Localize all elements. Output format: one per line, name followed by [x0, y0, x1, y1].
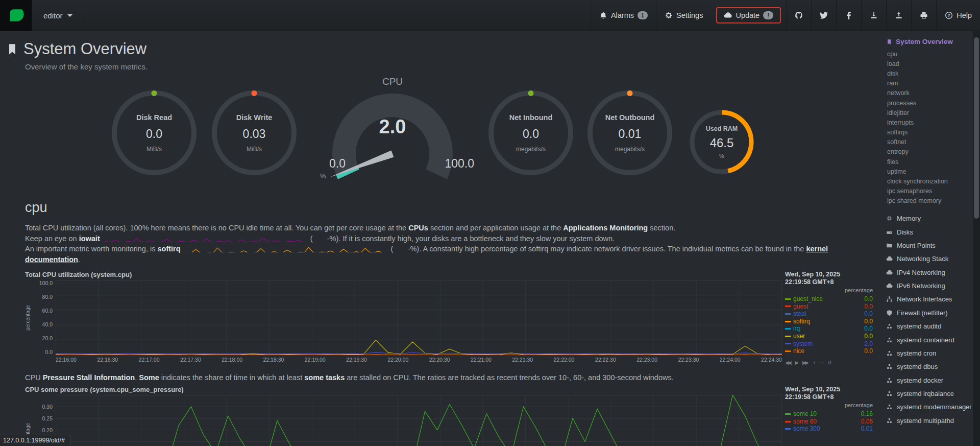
sidebar-subitem-softnet[interactable]: softnet: [887, 137, 973, 147]
topbar-action-alarms[interactable]: Alarms 1: [591, 0, 656, 31]
sidebar-subitem-files[interactable]: files: [887, 157, 973, 167]
page-scrollbar[interactable]: [973, 31, 980, 446]
legend-item-irq[interactable]: irq 0.0: [785, 325, 873, 333]
legend-value: 0.16: [861, 410, 873, 418]
sidebar-item-systemd-dbus[interactable]: systemd dbus: [886, 360, 973, 373]
sidebar-item-systemd-multipathd[interactable]: systemd multipathd: [886, 414, 973, 428]
scrollbar-thumb[interactable]: [974, 37, 979, 219]
sidebar-item-label: systemd auditd: [897, 322, 941, 331]
facebook-icon: [845, 11, 853, 19]
topbar-action[interactable]: [811, 0, 836, 31]
sidebar-subitem-network[interactable]: network: [887, 88, 973, 98]
sidebar-subitem-ram[interactable]: ram: [887, 79, 973, 88]
topbar-action[interactable]: [786, 0, 811, 31]
chart-tool[interactable]: ↺: [828, 360, 831, 365]
sidebar-subitem-disk[interactable]: disk: [887, 68, 973, 78]
topbar-action-settings[interactable]: Settings: [656, 0, 711, 31]
legend-item-guest-nice[interactable]: guest_nice 0.0: [785, 295, 873, 303]
legend-units: percentage: [785, 287, 873, 293]
y-tick-label: 0.25: [42, 415, 53, 421]
legend-item-some-60[interactable]: some 60 0.06: [785, 418, 873, 426]
sidebar-subitem-ipc-semaphores[interactable]: ipc semaphores: [887, 186, 973, 196]
dashboard-editor-dropdown[interactable]: editor: [32, 0, 84, 31]
sidebar-item-label: IPv4 Networking: [897, 269, 945, 277]
x-tick-label: 22:23:30: [678, 357, 699, 363]
bookmark-icon: [6, 42, 18, 56]
legend-item-softirq[interactable]: softirq 0.0: [785, 318, 873, 325]
legend-item-some-10[interactable]: some 10 0.16: [785, 410, 873, 418]
topbar-action[interactable]: [886, 0, 911, 31]
sidebar-subitem-entropy[interactable]: entropy: [887, 147, 973, 157]
sidebar-item-ipv4-networking[interactable]: IPv4 Networking: [886, 266, 973, 279]
sidebar-subitem-uptime[interactable]: uptime: [887, 167, 973, 176]
sidebar-item-systemd-modemmanager[interactable]: systemd modemmanager: [886, 401, 973, 414]
cpu-pressure-plot[interactable]: [56, 395, 782, 446]
gauge-used-ram[interactable]: Used RAM 46.5 %: [688, 108, 756, 176]
gauge-disk-read[interactable]: Disk Read 0.0 MiB/s: [112, 90, 197, 175]
topbar-action[interactable]: [836, 0, 861, 31]
sidebar-item-disks[interactable]: Disks: [886, 225, 973, 239]
text-segment: .: [78, 255, 80, 264]
sidebar-item-systemd-cron[interactable]: systemd cron: [886, 347, 973, 360]
gauge-disk-write[interactable]: Disk Write 0.03 MiB/s: [212, 90, 297, 175]
chart-tool[interactable]: +: [813, 360, 816, 365]
chart-tool[interactable]: ▶: [795, 360, 798, 365]
topbar-action[interactable]: [911, 0, 936, 31]
gauge-net-outbound[interactable]: Net Outbound 0.01 megabits/s: [587, 90, 672, 175]
legend-item-some-300[interactable]: some 300 0.01: [785, 425, 873, 433]
topbar-action-update[interactable]: Update !: [716, 7, 781, 24]
cpu-utilization-plot[interactable]: [56, 280, 782, 355]
gauge-marker-dot: [528, 90, 534, 96]
sidebar-item-systemd-containerd[interactable]: systemd containerd: [886, 333, 973, 346]
sidebar-item-system-overview[interactable]: System Overview: [886, 38, 973, 45]
chart-tool[interactable]: −: [820, 360, 823, 365]
sidebar-subitem-interrupts[interactable]: interrupts: [887, 118, 973, 127]
sidebar-item-label: Networking Stack: [897, 255, 948, 263]
legend-item-user[interactable]: user 0.0: [785, 333, 873, 340]
sidebar-item-mount-points[interactable]: Mount Points: [886, 239, 973, 252]
inline-sparkline[interactable]: [183, 246, 387, 252]
question-icon: [945, 11, 953, 19]
legend-date: Wed, Sep 10, 2025: [785, 386, 873, 393]
sidebar-item-networking-stack[interactable]: Networking Stack: [886, 252, 973, 266]
x-tick-label: 22:18:30: [263, 357, 284, 363]
sidebar-subitem-softirqs[interactable]: softirqs: [887, 128, 973, 137]
sidebar-item-memory[interactable]: Memory: [886, 212, 973, 225]
inline-sparkline[interactable]: [102, 236, 306, 242]
sidebar-subitem-load[interactable]: load: [887, 59, 973, 68]
gauge-value: 46.5: [710, 136, 734, 150]
toc-sidebar: System Overview cpuloaddiskramnetworkpro…: [883, 31, 973, 446]
sidebar-subitem-idlejitter[interactable]: idlejitter: [887, 108, 973, 118]
sidebar-item-firewall-netfilter[interactable]: Firewall (netfilter): [886, 307, 973, 320]
chart-toolbox: ◀◀▶▶▶+−↺: [785, 360, 873, 365]
topbar-action[interactable]: [861, 0, 886, 31]
y-tick-label: 80.0: [42, 294, 53, 300]
legend-label: some 300: [793, 425, 859, 433]
legend-item-guest[interactable]: guest 0.0: [785, 303, 873, 311]
sidebar-subitem-ipc-shared-memory[interactable]: ipc shared memory: [887, 196, 973, 206]
legend-item-steal[interactable]: steal 0.0: [785, 310, 873, 318]
legend-item-system[interactable]: system 2.0: [785, 340, 873, 348]
topbar-action-help[interactable]: Help: [936, 0, 980, 31]
netdata-logo[interactable]: [0, 0, 32, 31]
gauge-name: CPU: [306, 76, 479, 87]
sidebar-subitem-clock-synchronization[interactable]: clock synchronization: [887, 176, 973, 186]
chart-tool[interactable]: ▶▶: [802, 360, 808, 365]
sidebar-subitem-processes[interactable]: processes: [887, 98, 973, 108]
text-segment: Pressure Stall Information: [43, 373, 135, 382]
legend-item-nice[interactable]: nice 0.0: [785, 347, 873, 355]
sidebar-subitem-cpu[interactable]: cpu: [887, 49, 973, 59]
gauge-net-inbound[interactable]: Net Inbound 0.0 megabits/s: [488, 90, 573, 175]
sidebar-item-systemd-irqbalance[interactable]: systemd irqbalance: [886, 387, 973, 401]
sidebar-item-ipv6-networking[interactable]: IPv6 Networking: [886, 279, 973, 293]
gauge-cpu[interactable]: CPU 2.0 0.0 100.0 %: [306, 76, 479, 184]
sidebar-item-systemd-docker[interactable]: systemd docker: [886, 374, 973, 387]
sidebar-item-label: Memory: [897, 215, 921, 223]
chart-tool[interactable]: ◀◀: [785, 360, 791, 365]
sidebar-item-systemd-auditd[interactable]: systemd auditd: [886, 320, 973, 333]
gauge-name: Net Inbound: [509, 113, 553, 122]
sidebar-item-network-interfaces[interactable]: Network Interfaces: [886, 293, 973, 306]
bell-icon: [599, 11, 607, 19]
sidebar-item-label: systemd multipathd: [897, 417, 954, 425]
legend-swatch: [785, 350, 791, 352]
